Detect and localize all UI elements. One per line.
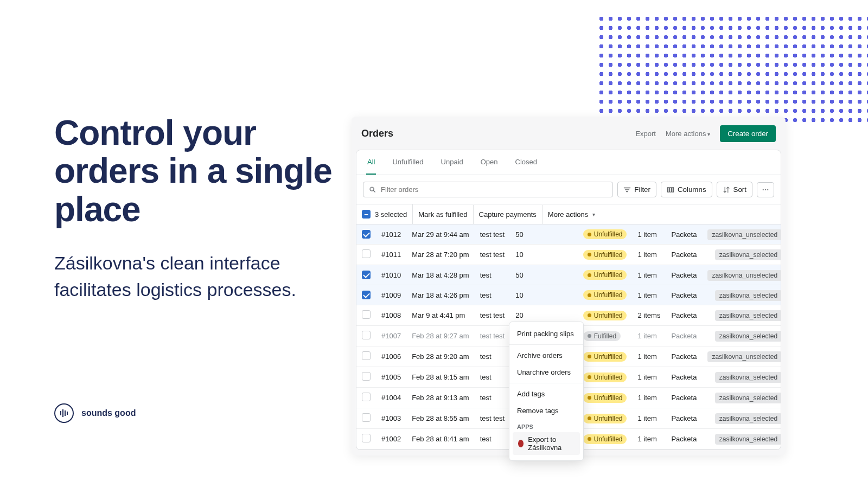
delivery-method: Packeta xyxy=(666,367,702,388)
customer-name: test test xyxy=(475,408,510,429)
order-date: Feb 28 at 9:15 am xyxy=(406,367,475,388)
table-row[interactable]: #1010Mar 18 at 4:28 pmtest50Unfulfilled1… xyxy=(356,265,781,285)
row-checkbox[interactable] xyxy=(362,249,371,258)
customer-name: test xyxy=(475,285,510,305)
selected-count: 3 selected xyxy=(375,210,407,219)
dropdown-item[interactable]: Print packing slips xyxy=(509,325,583,342)
tab-open[interactable]: Open xyxy=(480,150,499,175)
order-total: 50 xyxy=(510,265,539,285)
filter-label: Filter xyxy=(634,185,650,194)
order-tag: zasilkovna_selected xyxy=(702,367,781,388)
capture-payments-button[interactable]: Capture payments xyxy=(474,205,542,224)
tab-unpaid[interactable]: Unpaid xyxy=(440,150,464,175)
row-checkbox[interactable] xyxy=(362,413,371,422)
order-total: 50 xyxy=(510,224,539,245)
table-row[interactable]: #1012Mar 29 at 9:44 amtest test50Unfulfi… xyxy=(356,224,781,245)
row-checkbox[interactable] xyxy=(362,351,371,360)
export-zasilkovna-item[interactable]: Export to Zásilkovna xyxy=(513,432,580,455)
row-checkbox[interactable] xyxy=(362,310,371,319)
tab-all[interactable]: All xyxy=(366,150,376,175)
row-checkbox[interactable] xyxy=(362,331,371,339)
item-count: 1 item xyxy=(632,326,666,346)
svg-rect-1 xyxy=(670,187,672,191)
overflow-icon xyxy=(762,186,769,194)
order-tag: zasilkovna_selected xyxy=(702,305,781,326)
item-count: 1 item xyxy=(632,429,666,450)
order-date: Mar 28 at 7:20 pm xyxy=(406,245,475,265)
svg-point-4 xyxy=(765,189,766,190)
more-actions-link[interactable]: More actions xyxy=(666,130,710,138)
subheadline: Zásilkovna's clean interface facilitates… xyxy=(54,250,336,304)
search-input[interactable] xyxy=(381,185,607,194)
payment-status xyxy=(539,245,578,265)
export-link[interactable]: Export xyxy=(635,130,656,138)
bulk-more-actions-button[interactable]: More actions ▾ xyxy=(542,205,601,224)
columns-label: Columns xyxy=(678,185,706,194)
dropdown-item[interactable]: Archive orders xyxy=(509,347,583,364)
table-row[interactable]: #1011Mar 28 at 7:20 pmtest test10Unfulfi… xyxy=(356,245,781,265)
create-order-button[interactable]: Create order xyxy=(720,125,776,142)
order-tag: zasilkovna_selected xyxy=(702,245,781,265)
order-id: #1012 xyxy=(376,224,406,245)
row-checkbox[interactable] xyxy=(362,291,371,299)
brand-mark: sounds good xyxy=(54,403,136,423)
customer-name: test test xyxy=(475,245,510,265)
order-tag: zasilkovna_unselected xyxy=(702,346,781,367)
order-tag: zasilkovna_selected xyxy=(702,388,781,408)
overflow-button[interactable] xyxy=(757,182,774,197)
dropdown-section-header: APPS xyxy=(509,419,583,432)
item-count: 1 item xyxy=(632,388,666,408)
svg-rect-2 xyxy=(672,187,674,191)
filter-button[interactable]: Filter xyxy=(617,182,656,197)
svg-rect-0 xyxy=(667,187,669,191)
order-date: Mar 18 at 4:28 pm xyxy=(406,265,475,285)
order-date: Feb 28 at 9:20 am xyxy=(406,346,475,367)
columns-button[interactable]: Columns xyxy=(661,182,712,197)
delivery-method: Packeta xyxy=(666,224,702,245)
search-input-wrapper[interactable] xyxy=(363,182,613,197)
item-count: 1 item xyxy=(632,245,666,265)
order-id: #1007 xyxy=(376,326,406,346)
sort-label: Sort xyxy=(733,185,746,194)
dropdown-item[interactable]: Add tags xyxy=(509,386,583,402)
columns-icon xyxy=(667,186,674,194)
row-checkbox[interactable] xyxy=(362,271,371,279)
tab-unfulfilled[interactable]: Unfulfilled xyxy=(391,150,424,175)
sort-icon xyxy=(723,186,730,194)
bulk-actions-dropdown: Print packing slipsArchive ordersUnarchi… xyxy=(509,322,584,461)
item-count: 1 item xyxy=(632,367,666,388)
fulfillment-status: Unfulfilled xyxy=(578,346,633,367)
order-id: #1002 xyxy=(376,429,406,450)
row-checkbox[interactable] xyxy=(362,372,371,381)
item-count: 1 item xyxy=(632,408,666,429)
order-tag: zasilkovna_selected xyxy=(702,285,781,305)
row-checkbox[interactable] xyxy=(362,393,371,401)
customer-name: test xyxy=(475,367,510,388)
row-checkbox[interactable] xyxy=(362,434,371,442)
order-id: #1005 xyxy=(376,367,406,388)
dropdown-item[interactable]: Unarchive orders xyxy=(509,364,583,381)
payment-status xyxy=(539,224,578,245)
table-row[interactable]: #1009Mar 18 at 4:26 pmtest10Unfulfilled1… xyxy=(356,285,781,305)
order-date: Mar 18 at 4:26 pm xyxy=(406,285,475,305)
page-title: Orders xyxy=(361,128,393,139)
export-zasilkovna-label: Export to Zásilkovna xyxy=(528,435,575,452)
headline: Control your orders in a single place xyxy=(54,114,336,228)
bulk-action-bar: − 3 selected Mark as fulfilled Capture p… xyxy=(356,204,781,224)
select-all-checkbox[interactable]: − xyxy=(362,210,371,219)
orders-app-card: Orders Export More actions Create order … xyxy=(352,117,786,455)
tab-closed[interactable]: Closed xyxy=(514,150,538,175)
order-total: 10 xyxy=(510,285,539,305)
delivery-method: Packeta xyxy=(666,408,702,429)
svg-point-3 xyxy=(763,189,764,190)
row-checkbox[interactable] xyxy=(362,230,371,239)
order-tag: zasilkovna_unselected xyxy=(702,224,781,245)
customer-name: test xyxy=(475,388,510,408)
customer-name: test xyxy=(475,429,510,450)
fulfillment-status: Unfulfilled xyxy=(578,224,633,245)
order-id: #1008 xyxy=(376,305,406,326)
customer-name: test test xyxy=(475,224,510,245)
mark-fulfilled-button[interactable]: Mark as fulfilled xyxy=(413,205,473,224)
sort-button[interactable]: Sort xyxy=(717,182,752,197)
dropdown-item[interactable]: Remove tags xyxy=(509,402,583,419)
